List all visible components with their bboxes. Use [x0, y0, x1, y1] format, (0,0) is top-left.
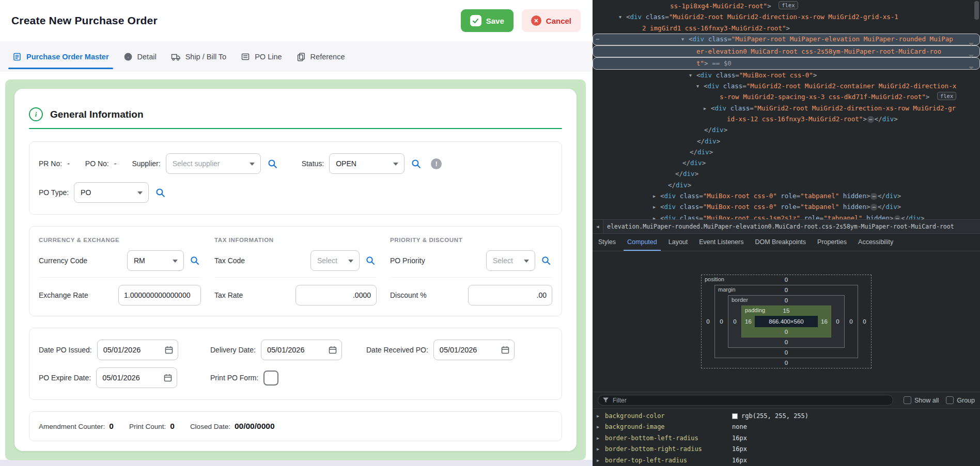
expand-arrow-icon[interactable]: ▼: [681, 34, 689, 45]
general-info-card: i General Information PR No: - PO No:: [14, 89, 577, 451]
filter-input[interactable]: [612, 396, 888, 405]
dom-node-line[interactable]: </div>: [593, 147, 980, 157]
tab-event-listeners[interactable]: Event Listeners: [693, 234, 749, 251]
expand-arrow-icon[interactable]: ▶: [597, 433, 599, 444]
expand-arrow-icon[interactable]: ▼: [619, 12, 626, 23]
border-right-value[interactable]: 0: [831, 306, 844, 338]
save-button[interactable]: Save: [461, 9, 514, 32]
tab-po-line[interactable]: PO Line: [234, 41, 289, 72]
dom-node-line[interactable]: ss-1pi8xg4-MuiGrid2-root"> flex: [593, 1, 980, 11]
tab-dom-breakpoints[interactable]: DOM Breakpoints: [749, 234, 812, 251]
app-header: Create New Purchase Order Save ✕ Cancel: [0, 0, 593, 41]
dom-node-line[interactable]: id-xs-12 css-16fnxy3-MuiGrid2-root">⋯</d…: [593, 114, 980, 124]
dom-node-line[interactable]: </div>: [593, 180, 980, 190]
calendar-icon[interactable]: [163, 373, 173, 384]
property-name: border-bottom-left-radius: [605, 435, 698, 442]
margin-right-value[interactable]: 0: [845, 295, 858, 348]
collapse-arrow-icon[interactable]: ▶: [653, 213, 660, 220]
position-bottom-value[interactable]: 0: [702, 358, 871, 368]
discount-input[interactable]: [468, 285, 552, 306]
padding-left-value[interactable]: 16: [742, 316, 755, 327]
dom-node-line[interactable]: ▼<div class="MuiGrid2-root MuiGrid2-dire…: [593, 11, 980, 22]
dom-node-line[interactable]: </div>: [593, 168, 980, 179]
computed-property-row[interactable]: ▶ border-bottom-left-radius 16px: [593, 433, 980, 444]
property-name: border-top-left-radius: [605, 457, 687, 464]
dom-node-line[interactable]: ▶<div class="MuiGrid2-root MuiGrid2-dire…: [593, 103, 980, 114]
currency-search-button[interactable]: [189, 254, 201, 267]
position-right-value[interactable]: 0: [858, 285, 871, 358]
show-all-checkbox[interactable]: [904, 396, 911, 404]
tab-computed[interactable]: Computed: [621, 234, 663, 251]
margin-bottom-value[interactable]: 0: [715, 348, 858, 358]
dom-node-line[interactable]: ▶<div class="MuiBox-root css-0" role="ta…: [593, 201, 980, 212]
padding-bottom-value[interactable]: 0: [742, 327, 831, 337]
status-select[interactable]: OPEN: [329, 153, 405, 174]
dom-node-line[interactable]: ▼<div class="MuiGrid2-root MuiGrid2-cont…: [593, 81, 980, 91]
breadcrumb-scroll-left-icon[interactable]: ◀: [593, 220, 603, 233]
dom-node-line[interactable]: t"> == $0: [593, 57, 980, 69]
collapse-arrow-icon[interactable]: ▶: [653, 191, 660, 202]
tab-ship-bill-to[interactable]: Ship / Bill To: [164, 41, 234, 72]
expand-arrow-icon[interactable]: ▶: [597, 444, 599, 455]
cancel-button[interactable]: ✕ Cancel: [522, 9, 581, 32]
dom-node-line[interactable]: </div>: [593, 157, 980, 168]
computed-property-row[interactable]: ▶ background-image none: [593, 422, 980, 432]
search-icon: [190, 255, 200, 266]
po-priority-label: PO Priority: [390, 256, 425, 265]
tax-code-select[interactable]: Select: [310, 250, 360, 271]
dom-node-line[interactable]: </div>: [593, 136, 980, 147]
exchange-rate-input[interactable]: [118, 285, 201, 306]
tax-search-button[interactable]: [364, 254, 377, 267]
margin-left-value[interactable]: 0: [715, 295, 728, 348]
dom-node-line[interactable]: ▶<div class="MuiBox-root css-0" role="ta…: [593, 190, 980, 201]
expand-arrow-icon[interactable]: ▼: [696, 81, 704, 92]
content-size[interactable]: 866.400×560: [755, 316, 818, 327]
calendar-icon[interactable]: [501, 345, 510, 357]
expand-arrow-icon[interactable]: ▼: [689, 70, 696, 81]
position-left-value[interactable]: 0: [702, 285, 714, 358]
calendar-icon[interactable]: [328, 345, 337, 357]
computed-property-row[interactable]: ▶ border-bottom-right-radius 16px: [593, 444, 980, 455]
priority-search-button[interactable]: [540, 254, 552, 267]
dom-node-line[interactable]: 2 imgGird1 css-16fnxy3-MuiGrid2-root">: [593, 23, 980, 34]
padding-right-value[interactable]: 16: [818, 316, 831, 327]
tab-properties[interactable]: Properties: [812, 234, 852, 251]
dom-node-line[interactable]: ▶<div class="MuiBox-root css-1sm2s1z" ro…: [593, 213, 980, 220]
collapse-arrow-icon[interactable]: ▶: [653, 202, 660, 213]
margin-top-value[interactable]: 0: [715, 285, 858, 295]
tab-purchase-order-master[interactable]: Purchase Order Master: [5, 41, 116, 72]
status-search-button[interactable]: [410, 157, 423, 170]
position-top-value[interactable]: 0: [702, 275, 871, 285]
computed-property-row[interactable]: ▶ background-color rgb(255, 255, 255): [593, 411, 980, 422]
border-left-value[interactable]: 0: [728, 306, 741, 338]
computed-property-row[interactable]: ▶ border-top-left-radius 16px: [593, 455, 980, 466]
tab-detail[interactable]: Detail: [116, 41, 164, 72]
border-bottom-value[interactable]: 0: [728, 338, 844, 347]
tab-layout[interactable]: Layout: [663, 234, 694, 251]
expand-arrow-icon[interactable]: ▶: [597, 455, 599, 466]
dom-node-line[interactable]: </div>: [593, 124, 980, 135]
expand-arrow-icon[interactable]: ▶: [597, 422, 599, 432]
dom-node-line[interactable]: ▼<div class="MuiBox-root css-0">: [593, 70, 980, 81]
tax-rate-input[interactable]: [295, 285, 377, 306]
group-checkbox[interactable]: [946, 396, 954, 404]
po-priority-select[interactable]: Select: [486, 250, 535, 271]
supplier-search-button[interactable]: [266, 157, 279, 170]
po-type-select[interactable]: PO: [74, 182, 149, 203]
collapse-arrow-icon[interactable]: ▶: [704, 103, 711, 114]
dom-node-line[interactable]: s-row MuiGrid2-spacing-xs-3 css-dkd71f-M…: [593, 91, 980, 102]
currency-column: CURRENCY & EXCHANGE Currency Code RM: [39, 237, 201, 306]
tab-accessibility[interactable]: Accessibility: [852, 234, 899, 251]
expand-arrow-icon[interactable]: ▶: [597, 411, 599, 422]
supplier-select[interactable]: Select supplier: [166, 153, 261, 174]
breadcrumb[interactable]: elevation.MuiPaper-rounded.MuiPaper-elev…: [603, 223, 954, 230]
calendar-icon[interactable]: [164, 345, 174, 357]
print-po-form-checkbox[interactable]: [263, 371, 278, 385]
dom-node-line[interactable]: er-elevation0 MuiCard-root css-2s58ym-Mu…: [593, 45, 980, 57]
currency-code-select[interactable]: RM: [127, 250, 184, 271]
dom-node-line[interactable]: ⋯▼<div class="MuiPaper-root MuiPaper-ele…: [593, 34, 980, 45]
tab-reference[interactable]: Reference: [289, 41, 352, 72]
po-type-search-button[interactable]: [154, 186, 167, 199]
tab-styles[interactable]: Styles: [593, 234, 621, 251]
po-no-value: -: [114, 159, 117, 168]
